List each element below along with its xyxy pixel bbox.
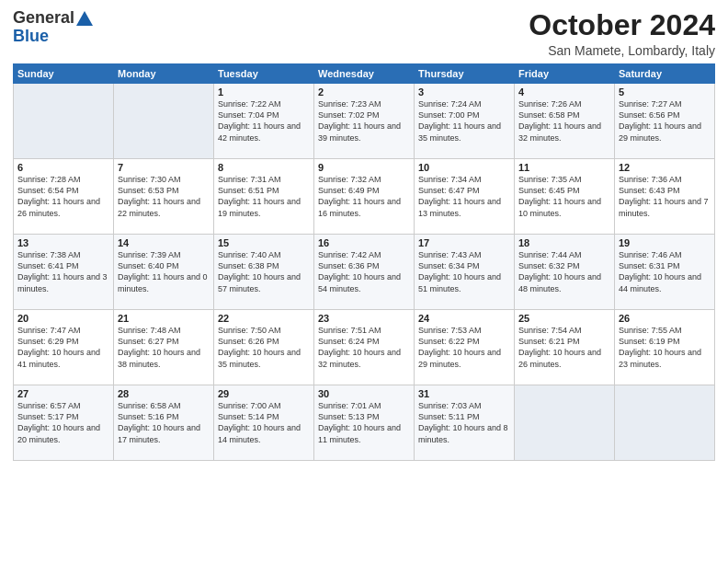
month-title: October 2024 [529, 9, 715, 41]
calendar-cell: 28Sunrise: 6:58 AM Sunset: 5:16 PM Dayli… [114, 385, 214, 461]
day-number: 18 [518, 237, 610, 248]
calendar-cell: 16Sunrise: 7:42 AM Sunset: 6:36 PM Dayli… [314, 235, 415, 310]
day-info: Sunrise: 7:50 AM Sunset: 6:26 PM Dayligh… [218, 325, 310, 370]
calendar-cell: 25Sunrise: 7:54 AM Sunset: 6:21 PM Dayli… [515, 310, 615, 385]
header-area: General Blue October 2024 San Mamete, Lo… [13, 9, 715, 58]
day-number: 4 [518, 86, 610, 98]
logo-general-text: General [13, 9, 74, 28]
day-info: Sunrise: 7:55 AM Sunset: 6:19 PM Dayligh… [619, 325, 711, 370]
calendar-cell: 29Sunrise: 7:00 AM Sunset: 5:14 PM Dayli… [214, 385, 314, 461]
day-info: Sunrise: 7:53 AM Sunset: 6:22 PM Dayligh… [418, 325, 510, 370]
day-number: 7 [118, 162, 210, 173]
calendar-cell [114, 84, 214, 159]
logo: General Blue [13, 9, 93, 46]
day-number: 14 [118, 237, 210, 248]
day-number: 19 [619, 237, 711, 248]
day-number: 25 [518, 313, 610, 324]
calendar-cell [615, 385, 715, 461]
day-number: 15 [218, 237, 310, 248]
day-number: 1 [218, 86, 310, 98]
day-number: 2 [318, 86, 410, 98]
calendar-cell: 4Sunrise: 7:26 AM Sunset: 6:58 PM Daylig… [515, 84, 615, 159]
calendar-cell [14, 84, 114, 159]
day-number: 30 [318, 388, 410, 399]
calendar-cell: 10Sunrise: 7:34 AM Sunset: 6:47 PM Dayli… [415, 159, 515, 235]
calendar-cell: 17Sunrise: 7:43 AM Sunset: 6:34 PM Dayli… [415, 235, 515, 310]
calendar-cell: 8Sunrise: 7:31 AM Sunset: 6:51 PM Daylig… [214, 159, 314, 235]
calendar-cell: 26Sunrise: 7:55 AM Sunset: 6:19 PM Dayli… [615, 310, 715, 385]
calendar-cell: 24Sunrise: 7:53 AM Sunset: 6:22 PM Dayli… [415, 310, 515, 385]
calendar-cell: 31Sunrise: 7:03 AM Sunset: 5:11 PM Dayli… [415, 385, 515, 461]
day-info: Sunrise: 6:57 AM Sunset: 5:17 PM Dayligh… [17, 400, 109, 445]
day-number: 31 [418, 388, 510, 399]
day-number: 16 [318, 237, 410, 248]
calendar-cell: 9Sunrise: 7:32 AM Sunset: 6:49 PM Daylig… [314, 159, 415, 235]
calendar-cell: 2Sunrise: 7:23 AM Sunset: 7:02 PM Daylig… [314, 84, 415, 159]
calendar-cell: 14Sunrise: 7:39 AM Sunset: 6:40 PM Dayli… [114, 235, 214, 310]
calendar-container: General Blue October 2024 San Mamete, Lo… [0, 0, 728, 468]
day-number: 11 [518, 162, 610, 173]
calendar-week-5: 27Sunrise: 6:57 AM Sunset: 5:17 PM Dayli… [14, 385, 715, 461]
calendar-cell: 7Sunrise: 7:30 AM Sunset: 6:53 PM Daylig… [114, 159, 214, 235]
logo-icon [76, 9, 93, 26]
day-number: 3 [418, 86, 510, 98]
calendar-week-1: 1Sunrise: 7:22 AM Sunset: 7:04 PM Daylig… [14, 84, 715, 159]
calendar-table: SundayMondayTuesdayWednesdayThursdayFrid… [13, 63, 715, 461]
calendar-cell: 23Sunrise: 7:51 AM Sunset: 6:24 PM Dayli… [314, 310, 415, 385]
day-number: 8 [218, 162, 310, 173]
calendar-cell: 30Sunrise: 7:01 AM Sunset: 5:13 PM Dayli… [314, 385, 415, 461]
title-area: October 2024 San Mamete, Lombardy, Italy [529, 9, 715, 58]
calendar-cell: 12Sunrise: 7:36 AM Sunset: 6:43 PM Dayli… [615, 159, 715, 235]
calendar-cell: 1Sunrise: 7:22 AM Sunset: 7:04 PM Daylig… [214, 84, 314, 159]
day-info: Sunrise: 7:27 AM Sunset: 6:56 PM Dayligh… [619, 98, 711, 144]
day-info: Sunrise: 7:24 AM Sunset: 7:00 PM Dayligh… [418, 98, 510, 144]
day-number: 28 [118, 388, 210, 399]
calendar-cell [515, 385, 615, 461]
day-number: 24 [418, 313, 510, 324]
day-number: 13 [17, 237, 109, 248]
weekday-header-saturday: Saturday [615, 64, 715, 84]
weekday-header-row: SundayMondayTuesdayWednesdayThursdayFrid… [14, 64, 715, 84]
day-info: Sunrise: 7:46 AM Sunset: 6:31 PM Dayligh… [619, 249, 711, 294]
day-info: Sunrise: 7:38 AM Sunset: 6:41 PM Dayligh… [17, 249, 109, 294]
day-number: 27 [17, 388, 109, 399]
day-info: Sunrise: 7:30 AM Sunset: 6:53 PM Dayligh… [118, 174, 210, 219]
day-info: Sunrise: 7:31 AM Sunset: 6:51 PM Dayligh… [218, 174, 310, 219]
day-number: 5 [619, 86, 711, 98]
day-info: Sunrise: 7:51 AM Sunset: 6:24 PM Dayligh… [318, 325, 410, 370]
day-info: Sunrise: 7:42 AM Sunset: 6:36 PM Dayligh… [318, 249, 410, 294]
day-info: Sunrise: 7:36 AM Sunset: 6:43 PM Dayligh… [619, 174, 711, 219]
calendar-week-4: 20Sunrise: 7:47 AM Sunset: 6:29 PM Dayli… [14, 310, 715, 385]
day-number: 9 [318, 162, 410, 173]
weekday-header-monday: Monday [114, 64, 214, 84]
day-number: 20 [17, 313, 109, 324]
day-number: 26 [619, 313, 711, 324]
calendar-cell: 6Sunrise: 7:28 AM Sunset: 6:54 PM Daylig… [14, 159, 114, 235]
calendar-cell: 5Sunrise: 7:27 AM Sunset: 6:56 PM Daylig… [615, 84, 715, 159]
day-info: Sunrise: 7:03 AM Sunset: 5:11 PM Dayligh… [418, 400, 510, 445]
day-info: Sunrise: 7:54 AM Sunset: 6:21 PM Dayligh… [518, 325, 610, 370]
weekday-header-thursday: Thursday [415, 64, 515, 84]
day-info: Sunrise: 7:28 AM Sunset: 6:54 PM Dayligh… [17, 174, 109, 219]
calendar-cell: 3Sunrise: 7:24 AM Sunset: 7:00 PM Daylig… [415, 84, 515, 159]
day-number: 12 [619, 162, 711, 173]
day-info: Sunrise: 7:39 AM Sunset: 6:40 PM Dayligh… [118, 249, 210, 294]
weekday-header-tuesday: Tuesday [214, 64, 314, 84]
day-info: Sunrise: 6:58 AM Sunset: 5:16 PM Dayligh… [118, 400, 210, 445]
day-info: Sunrise: 7:01 AM Sunset: 5:13 PM Dayligh… [318, 400, 410, 445]
day-number: 22 [218, 313, 310, 324]
day-info: Sunrise: 7:43 AM Sunset: 6:34 PM Dayligh… [418, 249, 510, 294]
day-info: Sunrise: 7:44 AM Sunset: 6:32 PM Dayligh… [518, 249, 610, 294]
calendar-cell: 11Sunrise: 7:35 AM Sunset: 6:45 PM Dayli… [515, 159, 615, 235]
calendar-cell: 22Sunrise: 7:50 AM Sunset: 6:26 PM Dayli… [214, 310, 314, 385]
day-number: 17 [418, 237, 510, 248]
day-info: Sunrise: 7:34 AM Sunset: 6:47 PM Dayligh… [418, 174, 510, 219]
calendar-cell: 13Sunrise: 7:38 AM Sunset: 6:41 PM Dayli… [14, 235, 114, 310]
calendar-cell: 15Sunrise: 7:40 AM Sunset: 6:38 PM Dayli… [214, 235, 314, 310]
day-number: 23 [318, 313, 410, 324]
calendar-cell: 19Sunrise: 7:46 AM Sunset: 6:31 PM Dayli… [615, 235, 715, 310]
calendar-week-3: 13Sunrise: 7:38 AM Sunset: 6:41 PM Dayli… [14, 235, 715, 310]
calendar-cell: 21Sunrise: 7:48 AM Sunset: 6:27 PM Dayli… [114, 310, 214, 385]
day-info: Sunrise: 7:40 AM Sunset: 6:38 PM Dayligh… [218, 249, 310, 294]
day-number: 10 [418, 162, 510, 173]
